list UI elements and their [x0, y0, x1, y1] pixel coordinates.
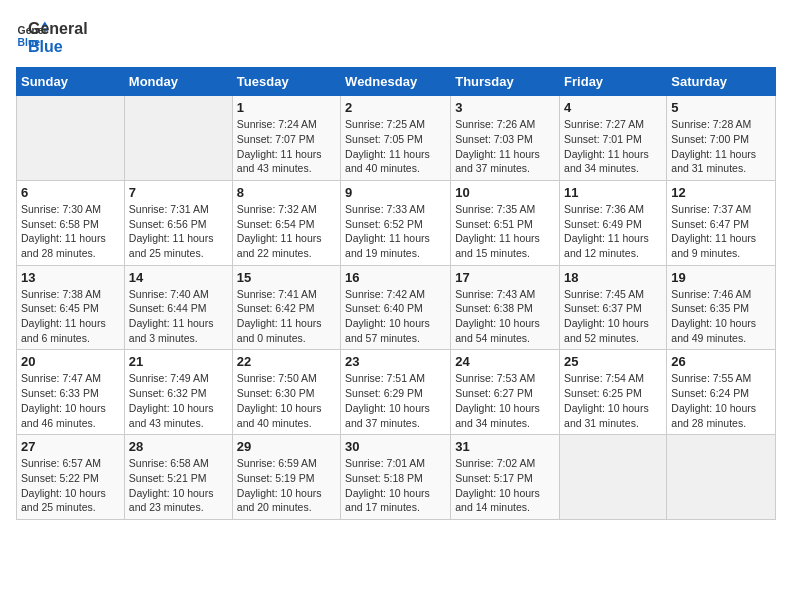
calendar-header-row: SundayMondayTuesdayWednesdayThursdayFrid… — [17, 68, 776, 96]
calendar-cell: 1Sunrise: 7:24 AMSunset: 7:07 PMDaylight… — [232, 96, 340, 181]
day-info: Sunrise: 7:36 AMSunset: 6:49 PMDaylight:… — [564, 202, 662, 261]
calendar-cell: 19Sunrise: 7:46 AMSunset: 6:35 PMDayligh… — [667, 265, 776, 350]
day-info: Sunrise: 7:26 AMSunset: 7:03 PMDaylight:… — [455, 117, 555, 176]
calendar-cell: 21Sunrise: 7:49 AMSunset: 6:32 PMDayligh… — [124, 350, 232, 435]
calendar-cell: 2Sunrise: 7:25 AMSunset: 7:05 PMDaylight… — [341, 96, 451, 181]
weekday-header-friday: Friday — [560, 68, 667, 96]
day-info: Sunrise: 6:58 AMSunset: 5:21 PMDaylight:… — [129, 456, 228, 515]
day-number: 30 — [345, 439, 446, 454]
calendar-cell: 23Sunrise: 7:51 AMSunset: 6:29 PMDayligh… — [341, 350, 451, 435]
calendar-cell: 24Sunrise: 7:53 AMSunset: 6:27 PMDayligh… — [451, 350, 560, 435]
day-number: 12 — [671, 185, 771, 200]
day-info: Sunrise: 7:30 AMSunset: 6:58 PMDaylight:… — [21, 202, 120, 261]
day-number: 29 — [237, 439, 336, 454]
calendar-cell — [560, 435, 667, 520]
calendar-cell: 29Sunrise: 6:59 AMSunset: 5:19 PMDayligh… — [232, 435, 340, 520]
calendar-cell: 31Sunrise: 7:02 AMSunset: 5:17 PMDayligh… — [451, 435, 560, 520]
calendar-cell: 10Sunrise: 7:35 AMSunset: 6:51 PMDayligh… — [451, 180, 560, 265]
day-number: 7 — [129, 185, 228, 200]
day-number: 3 — [455, 100, 555, 115]
calendar-cell: 9Sunrise: 7:33 AMSunset: 6:52 PMDaylight… — [341, 180, 451, 265]
day-number: 13 — [21, 270, 120, 285]
day-number: 25 — [564, 354, 662, 369]
day-number: 22 — [237, 354, 336, 369]
logo-blue: Blue — [28, 38, 88, 56]
day-info: Sunrise: 7:24 AMSunset: 7:07 PMDaylight:… — [237, 117, 336, 176]
calendar-week-row: 27Sunrise: 6:57 AMSunset: 5:22 PMDayligh… — [17, 435, 776, 520]
day-info: Sunrise: 7:38 AMSunset: 6:45 PMDaylight:… — [21, 287, 120, 346]
logo: General Blue General Blue — [16, 16, 88, 55]
day-number: 18 — [564, 270, 662, 285]
day-info: Sunrise: 7:53 AMSunset: 6:27 PMDaylight:… — [455, 371, 555, 430]
calendar-cell: 11Sunrise: 7:36 AMSunset: 6:49 PMDayligh… — [560, 180, 667, 265]
day-number: 11 — [564, 185, 662, 200]
day-number: 4 — [564, 100, 662, 115]
calendar-cell: 20Sunrise: 7:47 AMSunset: 6:33 PMDayligh… — [17, 350, 125, 435]
weekday-header-monday: Monday — [124, 68, 232, 96]
calendar-cell: 15Sunrise: 7:41 AMSunset: 6:42 PMDayligh… — [232, 265, 340, 350]
day-info: Sunrise: 7:54 AMSunset: 6:25 PMDaylight:… — [564, 371, 662, 430]
day-info: Sunrise: 7:47 AMSunset: 6:33 PMDaylight:… — [21, 371, 120, 430]
calendar-cell: 7Sunrise: 7:31 AMSunset: 6:56 PMDaylight… — [124, 180, 232, 265]
weekday-header-wednesday: Wednesday — [341, 68, 451, 96]
day-info: Sunrise: 7:51 AMSunset: 6:29 PMDaylight:… — [345, 371, 446, 430]
day-info: Sunrise: 7:42 AMSunset: 6:40 PMDaylight:… — [345, 287, 446, 346]
calendar-cell: 12Sunrise: 7:37 AMSunset: 6:47 PMDayligh… — [667, 180, 776, 265]
calendar-cell: 5Sunrise: 7:28 AMSunset: 7:00 PMDaylight… — [667, 96, 776, 181]
day-info: Sunrise: 7:32 AMSunset: 6:54 PMDaylight:… — [237, 202, 336, 261]
day-number: 19 — [671, 270, 771, 285]
day-number: 1 — [237, 100, 336, 115]
day-info: Sunrise: 7:41 AMSunset: 6:42 PMDaylight:… — [237, 287, 336, 346]
calendar-cell: 13Sunrise: 7:38 AMSunset: 6:45 PMDayligh… — [17, 265, 125, 350]
day-info: Sunrise: 7:45 AMSunset: 6:37 PMDaylight:… — [564, 287, 662, 346]
day-number: 10 — [455, 185, 555, 200]
day-info: Sunrise: 7:25 AMSunset: 7:05 PMDaylight:… — [345, 117, 446, 176]
day-number: 9 — [345, 185, 446, 200]
calendar-cell: 30Sunrise: 7:01 AMSunset: 5:18 PMDayligh… — [341, 435, 451, 520]
calendar-cell: 16Sunrise: 7:42 AMSunset: 6:40 PMDayligh… — [341, 265, 451, 350]
day-number: 8 — [237, 185, 336, 200]
calendar-week-row: 6Sunrise: 7:30 AMSunset: 6:58 PMDaylight… — [17, 180, 776, 265]
calendar-cell: 26Sunrise: 7:55 AMSunset: 6:24 PMDayligh… — [667, 350, 776, 435]
day-info: Sunrise: 7:02 AMSunset: 5:17 PMDaylight:… — [455, 456, 555, 515]
day-info: Sunrise: 7:27 AMSunset: 7:01 PMDaylight:… — [564, 117, 662, 176]
day-number: 6 — [21, 185, 120, 200]
page-header: General Blue General Blue — [16, 16, 776, 55]
day-info: Sunrise: 7:46 AMSunset: 6:35 PMDaylight:… — [671, 287, 771, 346]
day-number: 28 — [129, 439, 228, 454]
day-info: Sunrise: 7:43 AMSunset: 6:38 PMDaylight:… — [455, 287, 555, 346]
calendar-cell — [17, 96, 125, 181]
day-info: Sunrise: 7:40 AMSunset: 6:44 PMDaylight:… — [129, 287, 228, 346]
day-info: Sunrise: 7:37 AMSunset: 6:47 PMDaylight:… — [671, 202, 771, 261]
day-number: 2 — [345, 100, 446, 115]
weekday-header-saturday: Saturday — [667, 68, 776, 96]
calendar-cell — [124, 96, 232, 181]
day-number: 20 — [21, 354, 120, 369]
weekday-header-thursday: Thursday — [451, 68, 560, 96]
calendar-week-row: 20Sunrise: 7:47 AMSunset: 6:33 PMDayligh… — [17, 350, 776, 435]
calendar-cell: 14Sunrise: 7:40 AMSunset: 6:44 PMDayligh… — [124, 265, 232, 350]
day-number: 23 — [345, 354, 446, 369]
calendar-cell: 3Sunrise: 7:26 AMSunset: 7:03 PMDaylight… — [451, 96, 560, 181]
day-number: 21 — [129, 354, 228, 369]
calendar-table: SundayMondayTuesdayWednesdayThursdayFrid… — [16, 67, 776, 520]
calendar-cell: 27Sunrise: 6:57 AMSunset: 5:22 PMDayligh… — [17, 435, 125, 520]
day-info: Sunrise: 7:33 AMSunset: 6:52 PMDaylight:… — [345, 202, 446, 261]
day-info: Sunrise: 7:49 AMSunset: 6:32 PMDaylight:… — [129, 371, 228, 430]
day-number: 31 — [455, 439, 555, 454]
calendar-cell: 28Sunrise: 6:58 AMSunset: 5:21 PMDayligh… — [124, 435, 232, 520]
calendar-cell: 22Sunrise: 7:50 AMSunset: 6:30 PMDayligh… — [232, 350, 340, 435]
weekday-header-sunday: Sunday — [17, 68, 125, 96]
day-info: Sunrise: 6:57 AMSunset: 5:22 PMDaylight:… — [21, 456, 120, 515]
logo-general: General — [28, 20, 88, 38]
calendar-cell: 6Sunrise: 7:30 AMSunset: 6:58 PMDaylight… — [17, 180, 125, 265]
day-info: Sunrise: 7:35 AMSunset: 6:51 PMDaylight:… — [455, 202, 555, 261]
day-info: Sunrise: 7:55 AMSunset: 6:24 PMDaylight:… — [671, 371, 771, 430]
day-info: Sunrise: 7:28 AMSunset: 7:00 PMDaylight:… — [671, 117, 771, 176]
day-number: 27 — [21, 439, 120, 454]
day-number: 15 — [237, 270, 336, 285]
day-number: 5 — [671, 100, 771, 115]
calendar-cell: 4Sunrise: 7:27 AMSunset: 7:01 PMDaylight… — [560, 96, 667, 181]
day-number: 14 — [129, 270, 228, 285]
day-number: 17 — [455, 270, 555, 285]
